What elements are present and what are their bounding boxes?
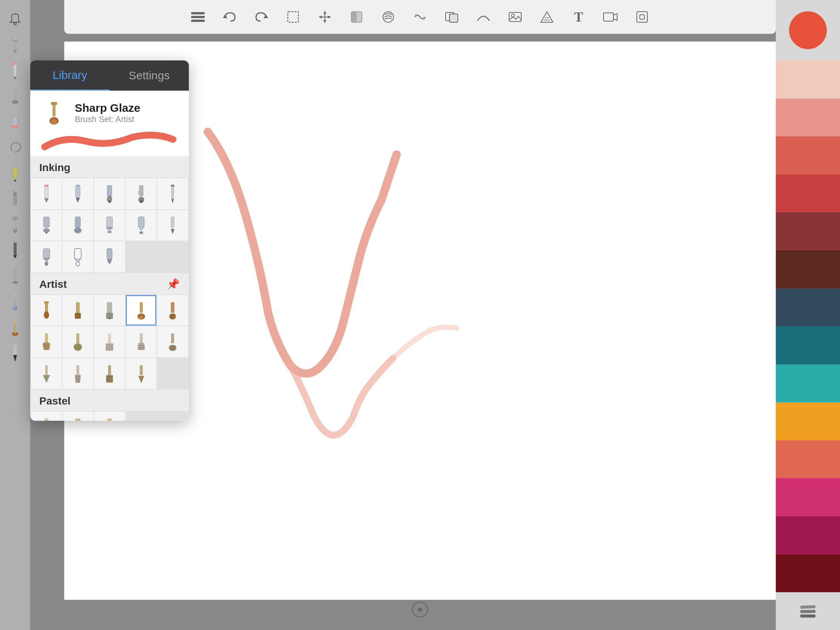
svg-point-10	[12, 100, 19, 104]
color-swatch-1[interactable]	[776, 99, 840, 137]
clone-button[interactable]	[442, 7, 462, 27]
color-swatch-6[interactable]	[776, 288, 840, 326]
adjustments-button[interactable]	[346, 7, 367, 27]
fullscreen-button[interactable]	[411, 600, 429, 622]
brush-cell-pencil[interactable]	[31, 178, 62, 209]
color-swatch-10[interactable]	[776, 441, 840, 478]
brush-cell-flat-brush[interactable]	[94, 326, 125, 357]
brush-cell-bonobo-chalk[interactable]	[63, 295, 94, 326]
brush-cell-flicks[interactable]	[126, 358, 157, 389]
curve-button[interactable]	[473, 7, 494, 27]
color-swatch-9[interactable]	[776, 402, 840, 441]
svg-rect-106	[140, 302, 143, 313]
svg-rect-98	[76, 302, 80, 313]
svg-marker-65	[44, 198, 49, 203]
brush-cell-pastel1[interactable]	[31, 412, 62, 421]
brush-cell-sharp-glaze[interactable]	[126, 295, 157, 326]
oil-paint-tool[interactable]	[4, 316, 27, 338]
select-button[interactable]	[283, 7, 303, 27]
brush-cell-ink-bleed[interactable]	[63, 210, 94, 241]
redo-button[interactable]	[251, 7, 272, 27]
svg-rect-92	[74, 248, 81, 259]
tab-settings[interactable]: Settings	[109, 60, 189, 91]
brush-cell-inkwell-brush[interactable]	[94, 242, 125, 272]
brush-cell-acrylic[interactable]	[157, 295, 188, 326]
svg-rect-156	[75, 418, 81, 421]
brush-cell-syrup[interactable]	[126, 210, 157, 241]
brush-cell-tech-pen[interactable]	[63, 178, 94, 209]
svg-point-16	[13, 192, 17, 196]
active-color-swatch[interactable]	[789, 11, 827, 49]
undo-button[interactable]	[219, 7, 240, 27]
color-swatch-4[interactable]	[776, 212, 840, 250]
brush-cell-pastel2[interactable]	[63, 412, 94, 421]
selected-brush-icon	[41, 100, 67, 126]
gallery-button[interactable]	[188, 7, 208, 27]
svg-marker-42	[323, 20, 326, 23]
section-label-inking: Inking	[39, 162, 70, 174]
brush-cell-drawing[interactable]	[31, 242, 62, 272]
paint-brush-tool[interactable]	[4, 33, 27, 56]
video-button[interactable]	[600, 7, 621, 27]
color-swatch-12[interactable]	[776, 516, 840, 554]
svg-marker-8	[14, 77, 16, 79]
charcoal-tool[interactable]	[4, 239, 27, 261]
pencil-tool[interactable]	[4, 59, 27, 82]
pin-artist-button[interactable]: 📌	[167, 278, 180, 291]
brush-cell-nikko-rull[interactable]	[31, 295, 62, 326]
brush-cell-marker[interactable]	[31, 210, 62, 241]
brush-cell-outline[interactable]	[63, 242, 94, 272]
color-swatch-13[interactable]	[776, 554, 840, 593]
svg-rect-9	[14, 89, 17, 101]
svg-rect-124	[106, 343, 113, 351]
brush-cell-round-brush[interactable]	[31, 358, 62, 389]
brush-cell-dry-ink[interactable]	[94, 210, 125, 241]
svg-rect-23	[13, 269, 17, 281]
svg-rect-88	[171, 217, 174, 227]
layers-button[interactable]	[776, 592, 840, 630]
panel-scrollable[interactable]: Inking	[30, 156, 189, 421]
lasso-tool[interactable]	[4, 136, 27, 159]
perspective-button[interactable]	[537, 7, 557, 27]
svg-rect-86	[138, 217, 144, 227]
tab-library[interactable]: Library	[30, 60, 109, 91]
svg-rect-67	[76, 185, 80, 197]
text-button[interactable]: T	[568, 7, 589, 27]
svg-point-108	[139, 315, 144, 319]
color-swatch-3[interactable]	[776, 175, 840, 213]
brush-cell-brush-pen[interactable]	[126, 178, 157, 209]
smudge-tool[interactable]	[4, 85, 27, 107]
brush-cell-stucco[interactable]	[157, 326, 188, 357]
ink-tool[interactable]	[4, 341, 27, 364]
transform-button[interactable]	[315, 7, 335, 27]
eraser-tool[interactable]	[4, 110, 27, 133]
brush-cell-studio-pen[interactable]	[94, 178, 125, 209]
svg-marker-89	[171, 229, 175, 234]
notifications-tool[interactable]	[4, 8, 27, 30]
watercolor-tool[interactable]	[4, 290, 27, 313]
color-swatch-7[interactable]	[776, 326, 840, 365]
pen-nib-tool[interactable]	[4, 162, 27, 184]
add-photo-button[interactable]	[505, 7, 525, 27]
brush-cell-gouache[interactable]	[126, 326, 157, 357]
color-swatch-11[interactable]	[776, 478, 840, 516]
brush-cell-flat-marker[interactable]	[94, 295, 125, 326]
brush-cell-fineliner[interactable]	[157, 178, 188, 209]
color-swatch-0[interactable]	[776, 60, 840, 99]
color-swatch-2[interactable]	[776, 136, 840, 175]
brush-cell-oil-paint[interactable]	[94, 358, 125, 389]
canvas-button[interactable]	[632, 7, 652, 27]
color-swatch-5[interactable]	[776, 250, 840, 289]
brush-cell-painted[interactable]	[63, 358, 94, 389]
spray-tool[interactable]	[4, 187, 27, 210]
airbrush-tool[interactable]	[4, 264, 27, 287]
wet-brush-tool[interactable]	[4, 213, 27, 236]
brush-cell-gesinski-ink[interactable]	[157, 210, 188, 241]
svg-point-24	[12, 281, 18, 284]
brush-cell-naive[interactable]	[63, 326, 94, 357]
color-swatch-8[interactable]	[776, 365, 840, 403]
brush-cell-pastel3[interactable]	[94, 412, 125, 421]
brush-cell-gesso[interactable]	[31, 326, 62, 357]
filters-button[interactable]	[378, 7, 398, 27]
liquify-button[interactable]	[410, 7, 430, 27]
